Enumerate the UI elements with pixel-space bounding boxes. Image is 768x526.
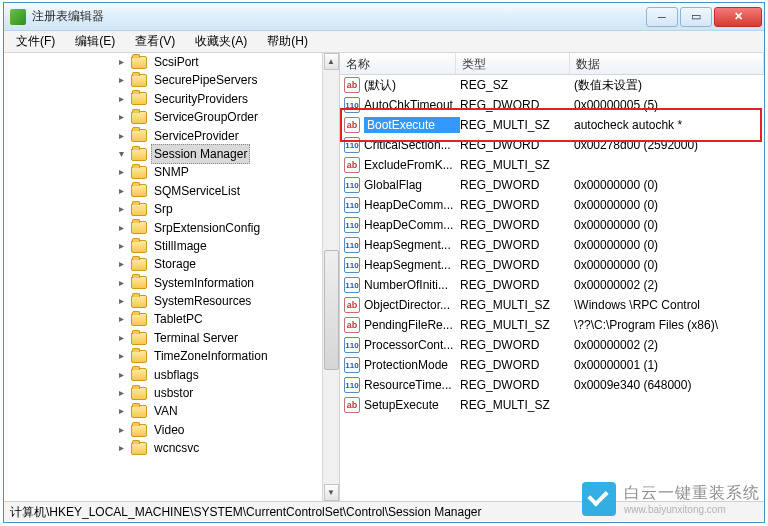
list-row[interactable]: abObjectDirector...REG_MULTI_SZ\Windows … (340, 295, 764, 315)
value-data: \??\C:\Program Files (x86)\ (574, 318, 764, 332)
value-type: REG_MULTI_SZ (460, 118, 574, 132)
tree-item-label: ScsiPort (151, 53, 202, 71)
minimize-button[interactable]: ─ (646, 7, 678, 27)
tree-item[interactable]: VAN (116, 402, 339, 420)
tree-item[interactable]: ScsiPort (116, 53, 339, 71)
value-data: \Windows \RPC Control (574, 298, 764, 312)
tree-item[interactable]: ServiceProvider (116, 127, 339, 145)
tree-item[interactable]: SQMServiceList (116, 182, 339, 200)
tree-item-label: Terminal Server (151, 329, 241, 347)
menu-file[interactable]: 文件(F) (6, 31, 65, 52)
chevron-right-icon[interactable] (116, 204, 127, 215)
menu-help[interactable]: 帮助(H) (257, 31, 318, 52)
chevron-right-icon[interactable] (116, 425, 127, 436)
tree-item[interactable]: TabletPC (116, 310, 339, 328)
list-row[interactable]: 110AutoChkTimeoutREG_DWORD0x00000005 (5) (340, 95, 764, 115)
chevron-right-icon[interactable] (116, 259, 127, 270)
list-row[interactable]: 110ProtectionModeREG_DWORD0x00000001 (1) (340, 355, 764, 375)
chevron-right-icon[interactable] (116, 222, 127, 233)
list-row[interactable]: abPendingFileRe...REG_MULTI_SZ\??\C:\Pro… (340, 315, 764, 335)
list-row[interactable]: 110ProcessorCont...REG_DWORD0x00000002 (… (340, 335, 764, 355)
chevron-right-icon[interactable] (116, 93, 127, 104)
chevron-right-icon[interactable] (116, 112, 127, 123)
value-data: 0x00000002 (2) (574, 338, 764, 352)
list-row[interactable]: abBootExecuteREG_MULTI_SZautocheck autoc… (340, 115, 764, 135)
value-type: REG_DWORD (460, 278, 574, 292)
chevron-right-icon[interactable] (116, 406, 127, 417)
tree-item[interactable]: SecurityProviders (116, 90, 339, 108)
tree-item[interactable]: usbflags (116, 366, 339, 384)
tree-item-label: Srp (151, 200, 176, 218)
tree-scrollbar[interactable]: ▲ ▼ (322, 53, 339, 501)
list-row[interactable]: abExcludeFromK...REG_MULTI_SZ (340, 155, 764, 175)
chevron-right-icon[interactable] (116, 314, 127, 325)
folder-icon (131, 129, 147, 142)
chevron-down-icon[interactable] (116, 149, 127, 160)
menu-edit[interactable]: 编辑(E) (65, 31, 125, 52)
list-header: 名称 类型 数据 (340, 53, 764, 75)
value-name: BootExecute (364, 117, 460, 133)
menu-view[interactable]: 查看(V) (125, 31, 185, 52)
tree-item[interactable]: ServiceGroupOrder (116, 108, 339, 126)
list-row[interactable]: 110CriticalSection...REG_DWORD0x00278d00… (340, 135, 764, 155)
tree-item-label: usbstor (151, 384, 196, 402)
string-value-icon: ab (344, 317, 360, 333)
binary-value-icon: 110 (344, 97, 360, 113)
tree-item[interactable]: SrpExtensionConfig (116, 219, 339, 237)
folder-icon (131, 92, 147, 105)
value-name: HeapSegment... (364, 238, 460, 252)
list-row[interactable]: 110HeapDeComm...REG_DWORD0x00000000 (0) (340, 195, 764, 215)
list-row[interactable]: abSetupExecuteREG_MULTI_SZ (340, 395, 764, 415)
chevron-right-icon[interactable] (116, 185, 127, 196)
chevron-right-icon[interactable] (116, 75, 127, 86)
list-row[interactable]: ab(默认)REG_SZ(数值未设置) (340, 75, 764, 95)
chevron-right-icon[interactable] (116, 333, 127, 344)
tree-item[interactable]: Video (116, 421, 339, 439)
chevron-right-icon[interactable] (116, 296, 127, 307)
chevron-right-icon[interactable] (116, 388, 127, 399)
tree-item[interactable]: Terminal Server (116, 329, 339, 347)
tree-item[interactable]: wcncsvc (116, 439, 339, 457)
tree-item-label: TimeZoneInformation (151, 347, 271, 365)
scroll-track[interactable] (324, 70, 339, 484)
chevron-right-icon[interactable] (116, 167, 127, 178)
list-row[interactable]: 110HeapSegment...REG_DWORD0x00000000 (0) (340, 235, 764, 255)
chevron-right-icon[interactable] (116, 130, 127, 141)
tree-item[interactable]: usbstor (116, 384, 339, 402)
chevron-right-icon[interactable] (116, 369, 127, 380)
tree-item[interactable]: TimeZoneInformation (116, 347, 339, 365)
col-name[interactable]: 名称 (340, 53, 456, 74)
chevron-right-icon[interactable] (116, 351, 127, 362)
col-type[interactable]: 类型 (456, 53, 570, 74)
maximize-button[interactable]: ▭ (680, 7, 712, 27)
list-row[interactable]: 110HeapDeComm...REG_DWORD0x00000000 (0) (340, 215, 764, 235)
tree-item[interactable]: SystemResources (116, 292, 339, 310)
tree-item-label: SystemResources (151, 292, 254, 310)
tree-item-label: wcncsvc (151, 439, 202, 457)
list-row[interactable]: 110GlobalFlagREG_DWORD0x00000000 (0) (340, 175, 764, 195)
list-row[interactable]: 110NumberOfIniti...REG_DWORD0x00000002 (… (340, 275, 764, 295)
tree-item[interactable]: Srp (116, 200, 339, 218)
close-button[interactable]: ✕ (714, 7, 762, 27)
chevron-right-icon[interactable] (116, 443, 127, 454)
value-type: REG_MULTI_SZ (460, 318, 574, 332)
scroll-down-button[interactable]: ▼ (324, 484, 339, 501)
value-name: ProtectionMode (364, 358, 460, 372)
value-data: 0x0009e340 (648000) (574, 378, 764, 392)
chevron-right-icon[interactable] (116, 277, 127, 288)
scroll-up-button[interactable]: ▲ (324, 53, 339, 70)
chevron-right-icon[interactable] (116, 241, 127, 252)
list-row[interactable]: 110ResourceTime...REG_DWORD0x0009e340 (6… (340, 375, 764, 395)
tree-item[interactable]: Session Manager (116, 145, 339, 163)
tree-item[interactable]: StillImage (116, 237, 339, 255)
titlebar[interactable]: 注册表编辑器 ─ ▭ ✕ (4, 3, 764, 31)
list-row[interactable]: 110HeapSegment...REG_DWORD0x00000000 (0) (340, 255, 764, 275)
tree-item[interactable]: SystemInformation (116, 274, 339, 292)
tree-item[interactable]: SecurePipeServers (116, 71, 339, 89)
scroll-thumb[interactable] (324, 250, 339, 370)
chevron-right-icon[interactable] (116, 57, 127, 68)
tree-item[interactable]: Storage (116, 255, 339, 273)
col-data[interactable]: 数据 (570, 53, 764, 74)
menu-favorites[interactable]: 收藏夹(A) (185, 31, 257, 52)
tree-item[interactable]: SNMP (116, 163, 339, 181)
